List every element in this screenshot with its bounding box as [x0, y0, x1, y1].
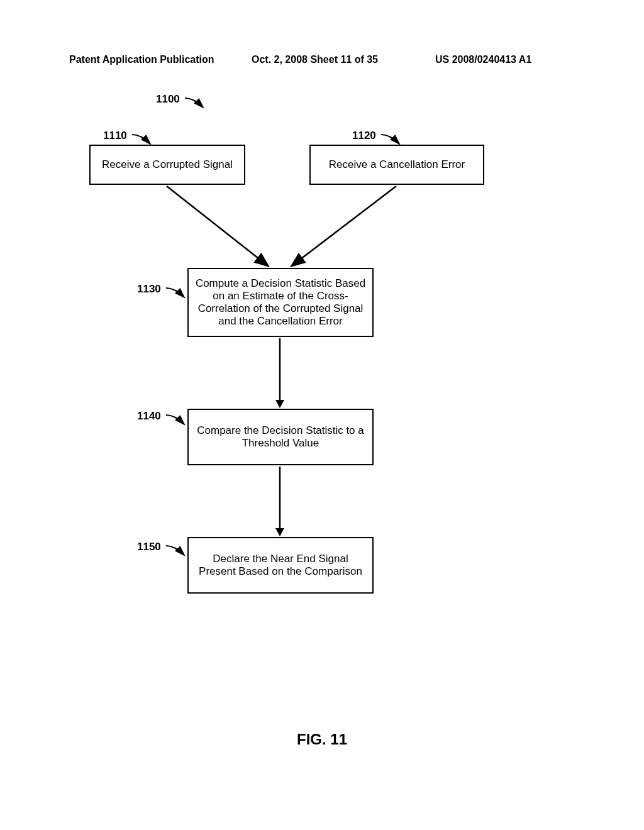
header-publication: Patent Application Publication: [69, 54, 214, 65]
label-1120: 1120: [352, 130, 376, 142]
box-1150-text: Declare the Near End Signal Present Base…: [194, 553, 367, 578]
svg-line-5: [167, 186, 267, 265]
label-1110: 1110: [103, 130, 127, 142]
svg-marker-10: [275, 400, 284, 408]
box-1140-text: Compare the Decision Statistic to a Thre…: [194, 424, 367, 450]
figure-caption: FIG. 11: [0, 731, 644, 748]
label-1150: 1150: [137, 541, 161, 553]
header-date-sheet: Oct. 2, 2008 Sheet 11 of 35: [252, 54, 378, 65]
box-1110-text: Receive a Corrupted Signal: [102, 158, 233, 171]
label-1100: 1100: [156, 93, 180, 106]
label-1140: 1140: [137, 410, 161, 423]
box-1120-text: Receive a Cancellation Error: [329, 158, 465, 171]
box-1130-text: Compute a Decision Statistic Based on an…: [194, 277, 367, 328]
box-receive-cancellation-error: Receive a Cancellation Error: [309, 145, 484, 185]
label-1130: 1130: [137, 283, 161, 296]
box-compute-decision-statistic: Compute a Decision Statistic Based on an…: [187, 268, 374, 337]
pointer-1100: [182, 93, 214, 111]
header-patent-number: US 2008/0240413 A1: [435, 54, 531, 65]
box-receive-corrupted-signal: Receive a Corrupted Signal: [89, 145, 245, 185]
svg-marker-13: [275, 528, 284, 536]
svg-line-6: [292, 186, 396, 265]
box-compare-threshold: Compare the Decision Statistic to a Thre…: [187, 409, 374, 465]
arrow-1140-1150: [270, 465, 289, 538]
box-declare-near-end: Declare the Near End Signal Present Base…: [187, 537, 374, 594]
arrow-1130-1140: [270, 337, 289, 409]
converge-arrows: [88, 185, 503, 273]
